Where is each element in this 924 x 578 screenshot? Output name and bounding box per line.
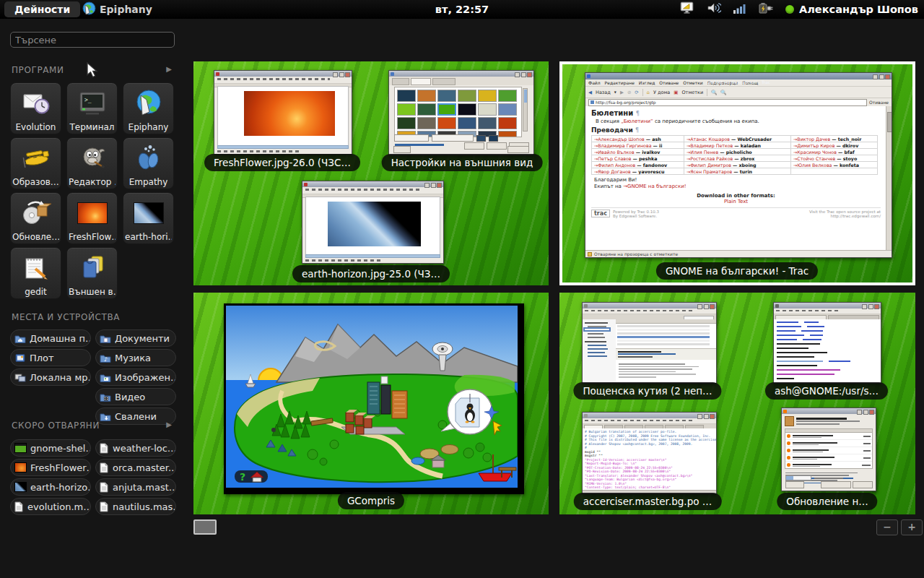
window-titlebar [583,413,716,418]
clock[interactable]: вт, 22:57 [404,0,520,19]
battery-power-icon[interactable] [758,2,773,17]
search-input[interactable] [10,32,175,48]
window-gimp-earth-horizon[interactable] [302,181,444,264]
app-menu[interactable]: Epiphany [82,1,152,17]
recent-item[interactable]: evolution.m… [10,498,91,515]
browser-toolbar: ◀Назад▼ ▶ ⊘⟳ ⌂У дома ▣Отметки 🔍🔍 [585,87,892,98]
place-item-documents[interactable]: Документи [95,329,176,347]
network-places-icon [14,373,26,382]
window-gedit-po[interactable]: # Bulgarian translation of accerciser po… [582,412,717,494]
app-label: Редактор … [69,176,116,189]
place-item-network[interactable]: Локална мр… [10,368,91,386]
earth-thumbnail-icon [14,482,27,492]
svg-text:♪: ♪ [104,356,108,363]
app-tile-appearance[interactable]: Външен в… [66,247,118,299]
place-item-pictures[interactable]: Изображен… [95,368,176,386]
app-tile-epiphany[interactable]: Epiphany [123,82,174,134]
app-tile-terminal[interactable]: >_ Терминал [66,82,118,134]
network-signal-icon[interactable] [733,3,746,17]
recent-item[interactable]: gnome-shel… [10,439,91,457]
text-document-icon [14,501,24,512]
recent-item[interactable]: nautilus.mas… [95,498,176,515]
gedit-text-area: # Bulgarian translation of accerciser po… [583,428,716,491]
place-item-desktop[interactable]: Плот [10,349,91,366]
app-label: Терминал [69,121,114,134]
text-document-icon [100,501,109,512]
activities-button[interactable]: Дейности [4,1,80,17]
workspace-1[interactable]: FreshFlower.jpg-26.0 (ЧЗС… Настройки на … [193,61,549,285]
epiphany-globe-icon [82,1,96,17]
window-label: Настройки на външния вид [382,154,543,171]
programs-expander-icon[interactable]: ▶ [166,65,172,73]
top-bar: Дейности Epiphany вт, 22:57 [0,0,924,19]
text-document-icon [100,462,109,473]
system-tray: Александър Шопов [680,0,918,19]
display-settings-icon[interactable] [680,1,695,17]
workspace-thumb[interactable] [193,519,217,535]
place-item-music[interactable]: ♪ Музика [95,349,176,366]
volume-icon[interactable] [707,2,721,17]
workspace-3[interactable]: ? GCompris [193,293,549,514]
update-list [785,428,873,469]
workspace-2-active[interactable]: GNOME на български! - Trac ФайлРедактира… [559,61,915,285]
appearance-tabs [389,77,533,85]
app-grid: Evolution >_ Терминал Epiphany [10,82,175,299]
recent-item[interactable]: anjuta.mast… [95,478,176,496]
evolution-icon [21,86,51,121]
recent-item[interactable]: orca.master.… [95,459,176,476]
window-label: Обновление н… [777,493,877,510]
recent-item[interactable]: earth-horizo… [10,478,91,496]
app-tile-earth-horizon[interactable]: earth-hori… [123,192,174,244]
gedit-icon [21,251,51,285]
window-evolution-mail[interactable] [582,302,717,384]
remove-workspace-button[interactable]: − [876,519,898,535]
user-menu[interactable]: Александър Шопов [785,4,918,15]
window-titlebar [774,303,881,309]
app-tile-image-editor[interactable]: Редактор … [66,137,118,189]
software-update-icon [21,196,51,230]
window-appearance-preferences[interactable] [388,70,534,155]
add-workspace-button[interactable]: + [901,519,923,535]
trac-footer: trac Powered by Trac 0.10.3By Edgewall S… [591,207,881,218]
flower-thumbnail-icon [77,196,108,230]
gnome-shell-overview: Дейности Epiphany вт, 22:57 [0,0,924,578]
window-terminal[interactable] [773,302,881,384]
window-gcompris[interactable]: ? [224,303,524,494]
terminal-icon: >_ [77,86,108,121]
recent-column-1: gnome-shel… FreshFlower… earth-horizo… e… [10,439,91,517]
overview-sidebar: ПРОГРАМИ ▶ Evolution >_ Те [0,19,185,578]
update-progress [785,475,843,480]
window-update-manager[interactable] [781,407,876,491]
window-menubar [214,78,352,84]
recent-item[interactable]: FreshFlower… [10,459,91,476]
earth-image [328,202,422,246]
window-gimp-freshflower[interactable] [214,70,352,155]
app-tile-gedit[interactable]: gedit [10,247,61,299]
place-item-home[interactable]: Домашна п… [10,329,91,347]
workspace-4[interactable]: # Bulgarian translation of accerciser po… [559,293,915,514]
gimp-icon [77,141,108,176]
pictures-folder-icon [100,373,111,382]
app-tile-software-update[interactable]: Обновле… [10,192,61,244]
recent-expander-icon[interactable]: ▶ [166,420,172,428]
recent-item[interactable]: weather-loc… [95,439,176,457]
app-label: FreshFlow… [69,230,116,243]
window-titlebar [214,71,352,77]
svg-text:>_: >_ [84,97,92,103]
place-item-videos[interactable]: Видео [95,388,176,405]
window-titlebar [302,181,443,187]
app-label: Epiphany [128,121,169,134]
window-epiphany-trac[interactable]: GNOME на български! - Trac ФайлРедактира… [585,72,892,258]
recent-column-2: weather-loc… orca.master.… anjuta.mast… … [95,439,176,517]
presence-available-icon [785,5,794,14]
app-tile-evolution[interactable]: Evolution [10,82,61,134]
empathy-icon [134,141,164,176]
app-tile-empathy[interactable]: Empathy [123,137,174,189]
app-tile-freshflower[interactable]: FreshFlow… [66,192,118,244]
window-label: Пощенска кутия (2 неп… [573,382,721,400]
place-item-downloads[interactable]: Свалени [95,407,176,425]
app-label: Образов… [12,176,59,189]
recent-header: СКОРО ОТВАРЯНИ [12,420,100,431]
app-tile-education[interactable]: Образов… [10,137,61,189]
wallpaper-grid [394,87,522,137]
